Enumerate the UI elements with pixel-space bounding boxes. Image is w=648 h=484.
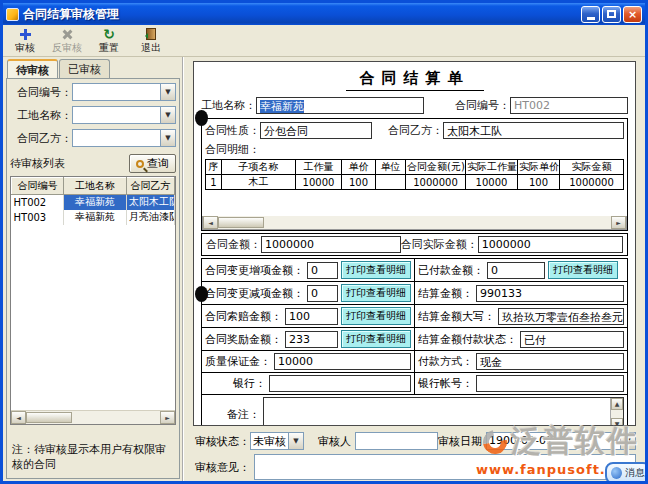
chevron-down-icon[interactable]: ▼	[160, 84, 175, 100]
print-view-button[interactable]: 打印查看明细	[341, 284, 411, 302]
tab-pending[interactable]: 待审核	[7, 59, 58, 78]
remark-label: 备注：	[227, 407, 260, 422]
actual-amount-field[interactable]: 1000000	[478, 236, 623, 253]
nature-field[interactable]: 分包合同	[260, 122, 372, 139]
list-row[interactable]: HT003 幸福新苑 月亮油漆队	[12, 210, 175, 225]
party-b-filter-label: 合同乙方：	[10, 131, 72, 146]
app-icon	[6, 8, 19, 21]
refresh-icon: ↻	[103, 28, 115, 41]
nature-label: 合同性质：	[205, 123, 260, 138]
unapprove-button[interactable]: 反审核	[49, 26, 85, 56]
window-title: 合同结算审核管理	[23, 6, 579, 23]
list-header-row: 合同编号 工地名称 合同乙方	[12, 178, 175, 195]
exit-door-icon	[146, 28, 156, 41]
pending-note: 注：待审核显示本用户有权限审核的合同	[10, 425, 176, 476]
form-title: 合同结算单	[346, 69, 484, 91]
contract-no-filter-combo[interactable]: ▼	[72, 83, 176, 101]
col-site[interactable]: 工地名称	[64, 178, 127, 195]
print-view-button[interactable]: 打印查看明细	[341, 330, 411, 348]
site-label: 工地名称：	[201, 98, 256, 113]
party-b-filter-combo[interactable]: ▼	[72, 129, 176, 147]
amount-field[interactable]: 1000000	[261, 236, 401, 253]
bank-field[interactable]	[269, 375, 411, 392]
plus-icon	[20, 28, 31, 41]
audit-date-combo[interactable]: 1900-01-01 ▼	[486, 432, 636, 450]
settle-amount-label: 结算金额：	[418, 286, 473, 301]
remark-scrollbar[interactable]: ▲ ▼	[610, 398, 623, 426]
scroll-left-icon[interactable]: ◄	[11, 411, 26, 424]
maximize-icon	[607, 10, 616, 18]
scroll-up-icon[interactable]: ▲	[611, 398, 623, 410]
reward-field[interactable]: 233	[285, 331, 338, 348]
scrollbar-thumb[interactable]	[218, 217, 264, 228]
auditor-field[interactable]	[355, 432, 438, 450]
settle-amount-caps-field[interactable]: 玖拾玖万零壹佰叁拾叁元整	[498, 308, 624, 325]
maximize-button[interactable]	[602, 6, 621, 23]
pay-method-field[interactable]: 现金	[476, 353, 624, 370]
audit-status-combo[interactable]: 未审核 ▼	[250, 432, 304, 450]
paid-field[interactable]: 0	[487, 262, 545, 279]
change-add-label: 合同变更增项金额：	[205, 263, 304, 278]
titlebar: 合同结算审核管理 ×	[3, 3, 645, 25]
settlement-form: 合同结算单 工地名称： 幸福新苑 合同编号： HT002 合同性质： 分包合同 …	[193, 61, 636, 426]
detail-horizontal-scrollbar[interactable]: ◄ ►	[202, 216, 627, 230]
change-add-field[interactable]: 0	[307, 262, 338, 279]
binder-ring-icon	[193, 110, 208, 126]
claim-field[interactable]: 100	[285, 308, 338, 325]
detail-table: 序 子项名称 工作量 单价 单位 合同金额(元) 实际工作量 实际单价 实际金额…	[205, 159, 624, 190]
scroll-left-icon[interactable]: ◄	[203, 216, 218, 229]
contract-no-field[interactable]: HT002	[510, 97, 628, 114]
bank-account-field[interactable]	[476, 375, 624, 392]
audit-panel: 审核状态： 未审核 ▼ 审核人 审核日期 1900-01-01 ▼ 审核意见	[193, 426, 636, 484]
audit-opinion-textarea[interactable]	[254, 454, 636, 480]
list-horizontal-scrollbar[interactable]: ◄ ►	[11, 410, 175, 424]
chevron-down-icon[interactable]: ▼	[620, 433, 635, 449]
print-view-button[interactable]: 打印查看明细	[341, 261, 411, 279]
site-filter-combo[interactable]: ▼	[72, 106, 176, 124]
close-button[interactable]: ×	[623, 6, 642, 23]
scroll-down-icon[interactable]: ▼	[611, 418, 623, 426]
remark-textarea[interactable]: ▲ ▼	[263, 397, 624, 426]
party-b-label: 合同乙方：	[388, 123, 443, 138]
left-panel: 待审核 已审核 合同编号： ▼ 工地名称： ▼	[3, 57, 184, 481]
amount-label: 合同金额：	[206, 237, 261, 252]
reset-button[interactable]: ↻ 重置	[91, 26, 127, 56]
detail-header-row: 序 子项名称 工作量 单价 单位 合同金额(元) 实际工作量 实际单价 实际金额	[206, 160, 624, 175]
chevron-down-icon[interactable]: ▼	[288, 433, 303, 449]
toolbar: 审核 反审核 ↻ 重置 退出	[3, 25, 645, 57]
contract-no-filter-label: 合同编号：	[10, 85, 72, 100]
list-row-selected[interactable]: HT002 幸福新苑 太阳木工队	[12, 195, 175, 210]
print-view-button[interactable]: 打印查看明细	[341, 307, 411, 325]
tab-audited[interactable]: 已审核	[59, 59, 110, 78]
app-window: 合同结算审核管理 × 审核 反审核 ↻ 重置 退出 待审核 已审核	[0, 0, 648, 484]
party-b-field[interactable]: 太阳木工队	[443, 122, 624, 139]
col-contract-no[interactable]: 合同编号	[12, 178, 64, 195]
site-field[interactable]: 幸福新苑	[256, 97, 424, 114]
pay-status-field[interactable]: 已付	[520, 331, 624, 348]
settle-amount-field[interactable]: 990133	[476, 285, 624, 302]
exit-button[interactable]: 退出	[133, 26, 169, 56]
query-button[interactable]: 查询	[129, 154, 176, 173]
audit-status-label: 审核状态：	[195, 434, 250, 449]
approve-button[interactable]: 审核	[7, 26, 43, 56]
change-minus-field[interactable]: 0	[307, 285, 338, 302]
scrollbar-thumb[interactable]	[26, 412, 72, 423]
detail-row[interactable]: 1 木工 10000 100 1000000 10000 100 1000000	[206, 175, 624, 190]
chevron-down-icon[interactable]: ▼	[160, 130, 175, 146]
col-party-b[interactable]: 合同乙方	[127, 178, 175, 195]
scroll-right-icon[interactable]: ►	[160, 411, 175, 424]
quality-deposit-field[interactable]: 10000	[274, 353, 411, 370]
minimize-button[interactable]	[581, 6, 600, 23]
paid-label: 已付款金额：	[418, 263, 484, 278]
chat-icon	[611, 467, 622, 479]
chevron-down-icon[interactable]: ▼	[160, 107, 175, 123]
audit-date-label: 审核日期	[438, 434, 482, 449]
chat-widget[interactable]: 消息	[605, 462, 648, 484]
bank-label: 银行：	[233, 376, 266, 391]
print-view-button[interactable]: 打印查看明细	[548, 261, 618, 279]
minimize-icon	[587, 17, 595, 20]
pay-method-label: 付款方式：	[418, 354, 473, 369]
amounts-grid: 合同变更增项金额： 0 打印查看明细 已付款金额： 0 打印查看明细 合同变更减…	[201, 258, 628, 426]
scroll-right-icon[interactable]: ►	[611, 216, 626, 229]
actual-amount-label: 合同实际金额：	[401, 237, 478, 252]
